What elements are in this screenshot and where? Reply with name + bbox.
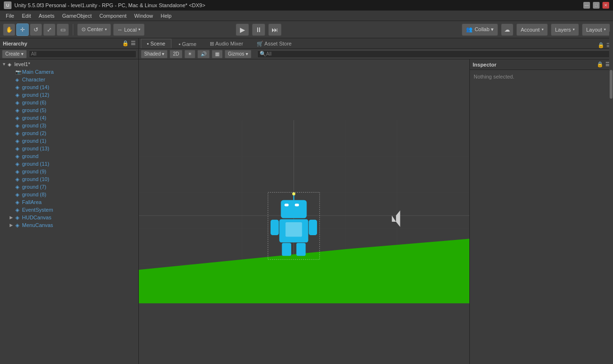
menu-component[interactable]: Component bbox=[95, 12, 130, 20]
item-icon: ◈ bbox=[15, 77, 22, 82]
move-tool[interactable]: ✛ bbox=[16, 23, 29, 36]
center-area: ▪ Scene ▪ Game ⊞ Audio Mixer 🛒 Asset Sto… bbox=[139, 38, 613, 364]
hierarchy-item[interactable]: ◈ground (3) bbox=[0, 122, 138, 129]
hierarchy-item[interactable]: ◈ground (7) bbox=[0, 183, 138, 191]
menu-assets[interactable]: Assets bbox=[35, 12, 58, 20]
menu-gameobject[interactable]: GameObject bbox=[58, 12, 96, 20]
fx-button[interactable]: ▦ bbox=[212, 50, 223, 58]
hand-tool[interactable]: ✋ bbox=[3, 23, 15, 36]
cloud-button[interactable]: ☁ bbox=[501, 23, 513, 36]
item-icon: ◈ bbox=[15, 176, 22, 182]
item-label: ground (3) bbox=[22, 123, 46, 128]
hierarchy-item[interactable]: ◈ground (11) bbox=[0, 160, 138, 168]
menu-help[interactable]: Help bbox=[157, 12, 175, 20]
item-icon: ◈ bbox=[8, 62, 14, 67]
item-label: ground (8) bbox=[22, 192, 46, 197]
layout-button[interactable]: Layout ▾ bbox=[582, 23, 610, 36]
rotate-tool[interactable]: ↺ bbox=[30, 23, 42, 36]
hierarchy-item[interactable]: ◈ground (5) bbox=[0, 106, 138, 114]
tab-asset-store[interactable]: 🛒 Asset Store bbox=[250, 39, 298, 48]
2d-button[interactable]: 2D bbox=[170, 50, 182, 58]
hierarchy-item[interactable]: ◈FallArea bbox=[0, 198, 138, 206]
tab-game[interactable]: ▪ Game bbox=[172, 39, 203, 48]
item-label: ground (10) bbox=[22, 176, 49, 182]
scene-search-input[interactable] bbox=[266, 51, 609, 57]
hierarchy-item[interactable]: ◈EventSystem bbox=[0, 206, 138, 214]
hierarchy-controls: Create ▾ bbox=[0, 49, 138, 59]
unity-icon: U bbox=[4, 1, 11, 9]
pivot-center-btn[interactable]: ⊙ Center ▾ bbox=[77, 23, 111, 36]
hierarchy-item[interactable]: ◈ground (13) bbox=[0, 145, 138, 152]
account-button[interactable]: Account ▾ bbox=[516, 23, 548, 36]
rect-tool[interactable]: ▭ bbox=[57, 23, 69, 36]
pivot-local-btn[interactable]: ↔ Local ▾ bbox=[113, 23, 145, 36]
audio-button[interactable]: 🔊 bbox=[197, 50, 210, 58]
menu-edit[interactable]: Edit bbox=[18, 12, 35, 20]
gizmos-dropdown[interactable]: Gizmos ▾ bbox=[225, 50, 251, 58]
toolbar: ✋ ✛ ↺ ⤢ ▭ ⊙ Center ▾ ↔ Local ▾ ▶ ⏸ ⏭ 👥 C… bbox=[0, 21, 613, 38]
hierarchy-item[interactable]: ◈ Character bbox=[0, 76, 138, 83]
hierarchy-item[interactable]: ▶◈MenuCanvas bbox=[0, 221, 138, 229]
maximize-button[interactable]: □ bbox=[593, 2, 600, 9]
scale-tool[interactable]: ⤢ bbox=[43, 23, 56, 36]
collab-label: Collab ▾ bbox=[475, 26, 494, 33]
item-icon: ◈ bbox=[15, 153, 22, 159]
item-label: level1* bbox=[14, 61, 30, 67]
collab-button[interactable]: 👥 Collab ▾ bbox=[462, 23, 498, 36]
hierarchy-search[interactable] bbox=[29, 50, 136, 58]
hierarchy-lock[interactable]: 🔒 bbox=[122, 40, 129, 46]
item-label: ground bbox=[22, 153, 38, 159]
hierarchy-item[interactable]: ◈ground (9) bbox=[0, 168, 138, 175]
svg-rect-21 bbox=[309, 220, 317, 235]
play-button[interactable]: ▶ bbox=[236, 23, 249, 36]
hierarchy-item[interactable]: ◈ground bbox=[0, 152, 138, 160]
pivot-label: ⊙ Center bbox=[81, 26, 103, 33]
scene-search-box: 🔍 bbox=[257, 50, 611, 58]
playmode-tools: ▶ ⏸ ⏭ bbox=[236, 23, 282, 36]
scene-canvas[interactable] bbox=[139, 59, 469, 364]
hierarchy-item[interactable]: ◈ground (6) bbox=[0, 99, 138, 106]
scene-inspector-split: Inspector 🔒 ☰ Nothing selected. bbox=[139, 59, 613, 364]
hierarchy-title: Hierarchy bbox=[3, 41, 27, 46]
tab-audio-mixer[interactable]: ⊞ Audio Mixer bbox=[204, 39, 250, 48]
menu-window[interactable]: Window bbox=[130, 12, 157, 20]
hierarchy-item[interactable]: 📷 Main Camera bbox=[0, 68, 138, 76]
svg-rect-22 bbox=[282, 243, 291, 256]
hierarchy-item[interactable]: ▶◈HUDCanvas bbox=[0, 214, 138, 221]
inspector-lock[interactable]: 🔒 bbox=[597, 61, 603, 68]
hierarchy-scrollbar[interactable] bbox=[609, 32, 613, 237]
tab-scene[interactable]: ▪ Scene bbox=[141, 39, 171, 48]
hierarchy-item[interactable]: ◈ground (4) bbox=[0, 114, 138, 122]
scene-lock[interactable]: 🔒 bbox=[598, 42, 604, 48]
separator-1 bbox=[73, 24, 73, 35]
hierarchy-item[interactable]: ◈ground (1) bbox=[0, 137, 138, 145]
hierarchy-item[interactable]: ◈ground (10) bbox=[0, 175, 138, 183]
close-button[interactable]: ✕ bbox=[602, 2, 609, 9]
hierarchy-content: ▼ ◈ level1* 📷 Main Camera ◈ Character ◈g… bbox=[0, 59, 138, 364]
hierarchy-header: Hierarchy 🔒 ☰ bbox=[0, 38, 138, 49]
transform-tools: ✋ ✛ ↺ ⤢ ▭ bbox=[3, 23, 69, 36]
right-tools: 👥 Collab ▾ ☁ Account ▾ Layers ▾ Layout ▾ bbox=[462, 23, 610, 36]
layers-button[interactable]: Layers ▾ bbox=[551, 23, 579, 36]
hierarchy-create-btn[interactable]: Create ▾ bbox=[2, 50, 27, 58]
item-label: Character bbox=[22, 77, 45, 82]
scene-toolbar: Shaded ▾ 2D ☀ 🔊 ▦ Gizmos ▾ 🔍 bbox=[139, 49, 613, 59]
hierarchy-item[interactable]: ◈ground (14) bbox=[0, 83, 138, 91]
item-label: ground (14) bbox=[22, 84, 49, 90]
shaded-dropdown[interactable]: Shaded ▾ bbox=[141, 50, 168, 58]
menu-file[interactable]: File bbox=[2, 12, 18, 20]
hierarchy-item[interactable]: ◈ground (8) bbox=[0, 191, 138, 198]
scene-tabs: ▪ Scene ▪ Game ⊞ Audio Mixer 🛒 Asset Sto… bbox=[139, 38, 613, 49]
item-icon: ◈ bbox=[15, 92, 22, 98]
pause-button[interactable]: ⏸ bbox=[252, 23, 265, 36]
item-icon: ◈ bbox=[15, 100, 22, 106]
item-label: ground (13) bbox=[22, 146, 49, 151]
hierarchy-item[interactable]: ◈ground (2) bbox=[0, 129, 138, 137]
hierarchy-item[interactable]: ▼ ◈ level1* bbox=[0, 60, 138, 68]
minimize-button[interactable]: — bbox=[583, 2, 590, 9]
item-icon: ◈ bbox=[15, 123, 22, 129]
step-button[interactable]: ⏭ bbox=[268, 23, 282, 36]
hierarchy-menu[interactable]: ☰ bbox=[131, 40, 136, 46]
hierarchy-item[interactable]: ◈ground (12) bbox=[0, 91, 138, 99]
lighting-button[interactable]: ☀ bbox=[184, 50, 195, 58]
